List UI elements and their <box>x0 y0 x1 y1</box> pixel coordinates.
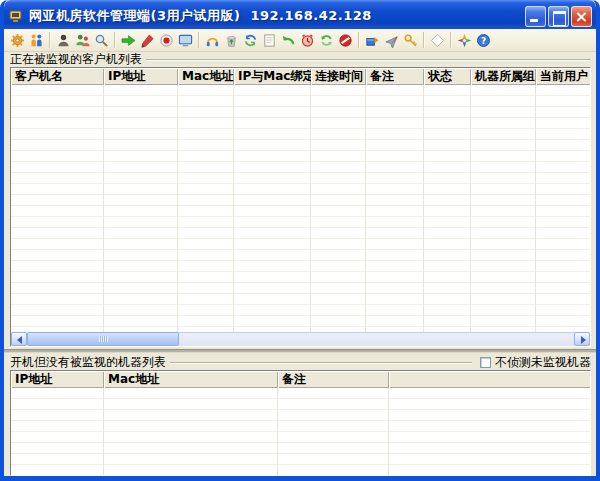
minimize-button[interactable] <box>525 6 546 27</box>
column-gridline <box>233 85 234 332</box>
section-divider-line <box>146 59 591 61</box>
column-header[interactable]: 状态 <box>424 68 471 85</box>
content-area: 正在被监视的客户机列表 客户机名IP地址Mac地址IP与Mac绑定连接时间备注状… <box>4 52 596 476</box>
close-button[interactable] <box>571 6 592 27</box>
stop-icon[interactable] <box>336 31 355 50</box>
wrench-key-icon[interactable] <box>401 31 420 50</box>
column-header[interactable]: 机器所属组 <box>471 68 536 85</box>
maximize-button[interactable] <box>548 6 569 27</box>
plane-icon[interactable] <box>382 31 401 50</box>
sync-icon[interactable] <box>241 31 260 50</box>
unmonitored-section-header: 开机但没有被监视的机器列表 不侦测未监视机器 <box>10 355 591 370</box>
scrollbar-grip <box>99 336 108 342</box>
go-arrow-icon[interactable] <box>119 31 138 50</box>
scroll-right-button[interactable] <box>574 332 590 346</box>
no-detect-checkbox-label: 不侦测未监视机器 <box>495 354 591 371</box>
monitored-clients-table-body[interactable] <box>11 85 590 332</box>
svg-text:?: ? <box>481 35 486 45</box>
column-header[interactable]: IP地址 <box>104 68 178 85</box>
column-header[interactable]: Mac地址 <box>104 371 278 388</box>
monitored-section-header: 正在被监视的客户机列表 <box>10 52 591 67</box>
monitored-clients-table-header: 客户机名IP地址Mac地址IP与Mac绑定连接时间备注状态机器所属组当前用户 <box>11 68 590 85</box>
column-header[interactable] <box>389 371 590 388</box>
unmonitored-machines-table-header: IP地址Mac地址备注 <box>11 371 590 388</box>
user-dark-icon[interactable] <box>54 31 73 50</box>
toolbar-separator <box>358 32 360 48</box>
unmonitored-machines-table-body[interactable] <box>11 388 590 475</box>
monitored-list-label: 正在被监视的客户机列表 <box>10 51 146 68</box>
toolbar: ? <box>4 29 596 52</box>
record-icon[interactable] <box>157 31 176 50</box>
column-gridline <box>365 85 366 332</box>
column-gridline <box>103 388 104 475</box>
horizontal-scrollbar[interactable] <box>11 332 590 346</box>
recycle-bin-icon[interactable] <box>222 31 241 50</box>
plugin-star-icon[interactable] <box>455 31 474 50</box>
column-gridline <box>310 85 311 332</box>
column-gridline <box>177 85 178 332</box>
scroll-left-button[interactable] <box>11 332 27 346</box>
column-header[interactable]: IP与Mac绑定 <box>234 68 311 85</box>
app-window: 网亚机房软件管理端(3用户试用版) 192.168.42.128 ? 正在被监视… <box>0 0 600 481</box>
help-icon[interactable]: ? <box>474 31 493 50</box>
column-header[interactable]: 备注 <box>366 68 424 85</box>
toolbar-separator <box>198 32 200 48</box>
column-gridline <box>535 85 536 332</box>
column-header[interactable]: Mac地址 <box>178 68 234 85</box>
no-detect-checkbox[interactable] <box>480 357 491 368</box>
toolbar-separator <box>423 32 425 48</box>
unmonitored-machines-table: IP地址Mac地址备注 <box>10 370 591 476</box>
diamond-icon[interactable] <box>428 31 447 50</box>
column-header[interactable]: 备注 <box>278 371 389 388</box>
column-header[interactable]: 客户机名 <box>11 68 104 85</box>
scrollbar-thumb[interactable] <box>27 332 179 346</box>
toolbar-separator <box>49 32 51 48</box>
note-icon[interactable] <box>260 31 279 50</box>
deploy-icon[interactable] <box>363 31 382 50</box>
undo-arrow-icon[interactable] <box>279 31 298 50</box>
toolbar-separator <box>450 32 452 48</box>
no-detect-checkbox-row[interactable]: 不侦测未监视机器 <box>480 354 591 371</box>
column-gridline <box>470 85 471 332</box>
toolbar-separator <box>114 32 116 48</box>
column-header[interactable]: 当前用户 <box>536 68 590 85</box>
search-icon[interactable] <box>92 31 111 50</box>
monitor-icon[interactable] <box>176 31 195 50</box>
refresh-icon[interactable] <box>317 31 336 50</box>
unmonitored-list-label: 开机但没有被监视的机器列表 <box>10 354 170 371</box>
column-gridline <box>103 85 104 332</box>
users-icon[interactable] <box>27 31 46 50</box>
column-gridline <box>423 85 424 332</box>
column-header[interactable]: IP地址 <box>11 371 104 388</box>
section-divider-line <box>170 362 472 364</box>
monitored-clients-table: 客户机名IP地址Mac地址IP与Mac绑定连接时间备注状态机器所属组当前用户 <box>10 67 591 347</box>
column-gridline <box>277 388 278 475</box>
user-group-icon[interactable] <box>73 31 92 50</box>
window-title: 网亚机房软件管理端(3用户试用版) 192.168.42.128 <box>29 7 525 25</box>
title-bar[interactable]: 网亚机房软件管理端(3用户试用版) 192.168.42.128 <box>4 0 596 29</box>
pen-icon[interactable] <box>138 31 157 50</box>
settings-gear-icon[interactable] <box>8 31 27 50</box>
alarm-clock-icon[interactable] <box>298 31 317 50</box>
headset-icon[interactable] <box>203 31 222 50</box>
scrollbar-track[interactable] <box>27 332 574 346</box>
app-icon <box>9 8 25 24</box>
column-header[interactable]: 连接时间 <box>311 68 366 85</box>
window-controls <box>525 6 592 27</box>
column-gridline <box>388 388 389 475</box>
